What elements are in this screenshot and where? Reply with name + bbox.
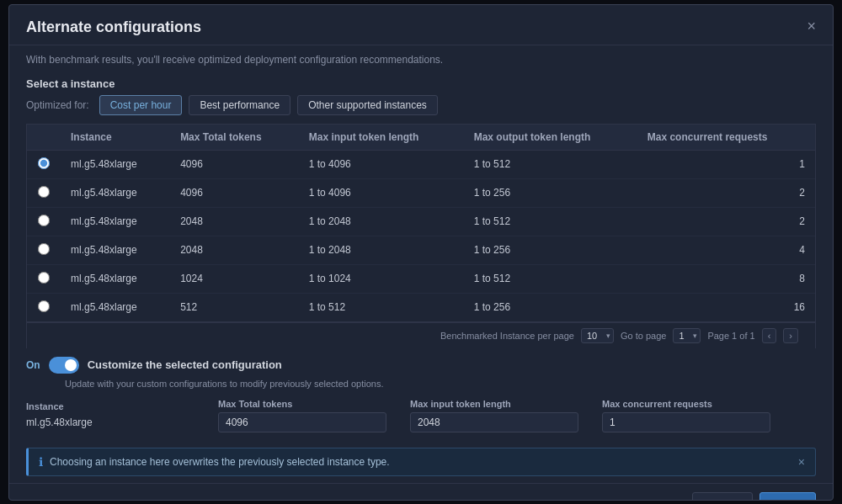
row-instance: ml.g5.48xlarge — [61, 207, 170, 236]
modal-overlay: Alternate configurations × With benchmar… — [0, 0, 842, 504]
per-page-wrapper: 10 25 50 — [581, 328, 614, 343]
table-row: ml.g5.48xlarge 1024 1 to 1024 1 to 512 8 — [27, 264, 815, 293]
row-max-total: 4096 — [170, 150, 299, 178]
row-max-output: 1 to 256 — [464, 293, 637, 321]
row-max-output: 1 to 256 — [464, 236, 637, 264]
row-max-input: 1 to 2048 — [299, 207, 464, 236]
col-max-total: Max Total tokens — [170, 125, 299, 151]
form-max-total-input[interactable] — [218, 412, 386, 432]
row-max-output: 1 to 512 — [464, 207, 637, 236]
on-label: On — [26, 359, 40, 371]
row-radio-cell[interactable] — [27, 236, 61, 264]
table-row: ml.g5.48xlarge 4096 1 to 4096 1 to 256 2 — [27, 178, 815, 207]
table-row: ml.g5.48xlarge 4096 1 to 4096 1 to 512 1 — [27, 150, 815, 178]
row-max-input: 1 to 2048 — [299, 236, 464, 264]
instance-table-container: Instance Max Total tokens Max input toke… — [26, 124, 816, 322]
info-icon: ℹ — [39, 455, 43, 469]
go-to-page-select[interactable]: 1 — [673, 328, 701, 343]
row-max-input: 1 to 1024 — [299, 264, 464, 293]
row-max-concurrent: 2 — [637, 178, 815, 207]
customize-toggle-label: Customize the selected configuration — [88, 358, 282, 371]
row-radio-cell[interactable] — [27, 264, 61, 293]
go-to-page-label: Go to page — [621, 331, 666, 341]
select-button[interactable]: Select — [759, 492, 816, 501]
row-radio-cell[interactable] — [27, 293, 61, 321]
form-max-concurrent-header: Max concurrent requests — [602, 395, 787, 412]
col-instance: Instance — [61, 125, 170, 151]
col-max-concurrent: Max concurrent requests — [637, 125, 815, 151]
col-max-output: Max output token length — [464, 125, 637, 151]
modal-header: Alternate configurations × — [9, 5, 833, 45]
select-instance-label: Select a instance — [9, 67, 833, 95]
filter-other-btn[interactable]: Other supported instances — [297, 95, 438, 115]
info-banner-close[interactable]: × — [798, 455, 805, 469]
customize-toggle[interactable] — [49, 357, 79, 374]
next-page-button[interactable]: › — [783, 328, 798, 343]
row-instance: ml.g5.48xlarge — [61, 150, 170, 178]
row-max-input: 1 to 4096 — [299, 150, 464, 178]
row-radio-cell[interactable] — [27, 207, 61, 236]
row-max-concurrent: 8 — [637, 264, 815, 293]
form-instance-value: ml.g5.48xlarge — [26, 415, 211, 430]
row-max-output: 1 to 512 — [464, 264, 637, 293]
page-info: Page 1 of 1 — [707, 331, 754, 341]
row-max-input: 1 to 512 — [299, 293, 464, 321]
row-radio-1[interactable] — [38, 186, 50, 198]
instance-table: Instance Max Total tokens Max input toke… — [27, 125, 815, 321]
pagination-bar: Benchmarked Instance per page 10 25 50 G… — [26, 322, 816, 348]
form-instance-header: Instance — [26, 398, 211, 415]
row-max-input: 1 to 4096 — [299, 178, 464, 207]
row-instance: ml.g5.48xlarge — [61, 236, 170, 264]
row-max-total: 1024 — [170, 264, 299, 293]
row-instance: ml.g5.48xlarge — [61, 178, 170, 207]
customize-section: On Customize the selected configuration … — [9, 348, 833, 442]
toggle-slider — [49, 357, 79, 374]
table-header-row: Instance Max Total tokens Max input toke… — [27, 125, 815, 151]
customize-description: Update with your custom configurations t… — [65, 377, 816, 391]
col-max-input: Max input token length — [299, 125, 464, 151]
row-radio-2[interactable] — [38, 215, 50, 226]
info-banner: ℹ Choosing an instance here overwrites t… — [26, 448, 816, 476]
row-radio-cell[interactable] — [27, 178, 61, 207]
filter-cost-btn[interactable]: Cost per hour — [99, 95, 183, 115]
row-radio-5[interactable] — [38, 300, 50, 312]
info-banner-text: Choosing an instance here overwrites the… — [50, 456, 390, 468]
table-row: ml.g5.48xlarge 512 1 to 512 1 to 256 16 — [27, 293, 815, 321]
filter-performance-btn[interactable]: Best performance — [189, 95, 290, 115]
row-max-total: 4096 — [170, 178, 299, 207]
col-radio — [27, 125, 61, 151]
row-max-output: 1 to 256 — [464, 178, 637, 207]
per-page-label: Benchmarked Instance per page — [440, 331, 574, 341]
modal-title: Alternate configurations — [26, 19, 201, 36]
close-button[interactable]: × — [807, 19, 816, 34]
toggle-row: On Customize the selected configuration — [26, 357, 816, 374]
modal-footer: Cancel Select — [9, 483, 833, 501]
go-to-page-wrapper: 1 — [673, 328, 701, 343]
table-row: ml.g5.48xlarge 2048 1 to 2048 1 to 512 2 — [27, 207, 815, 236]
row-radio-cell[interactable] — [27, 150, 61, 178]
row-max-total: 512 — [170, 293, 299, 321]
modal-subtext: With benchmark results, you'll receive o… — [9, 45, 833, 67]
row-max-concurrent: 1 — [637, 150, 815, 178]
form-max-total-header: Max Total tokens — [218, 395, 403, 412]
row-max-concurrent: 16 — [637, 293, 815, 321]
prev-page-button[interactable]: ‹ — [762, 328, 777, 343]
form-max-input-input[interactable] — [410, 412, 578, 432]
row-radio-3[interactable] — [38, 243, 50, 255]
form-max-input-header: Max input token length — [410, 395, 595, 412]
table-row: ml.g5.48xlarge 2048 1 to 2048 1 to 256 4 — [27, 236, 815, 264]
form-max-concurrent-input[interactable] — [602, 412, 770, 432]
row-max-output: 1 to 512 — [464, 150, 637, 178]
filter-bar: Optimized for: Cost per hour Best perfor… — [9, 95, 833, 124]
row-max-concurrent: 2 — [637, 207, 815, 236]
row-instance: ml.g5.48xlarge — [61, 264, 170, 293]
optimized-for-label: Optimized for: — [26, 99, 89, 111]
row-instance: ml.g5.48xlarge — [61, 293, 170, 321]
per-page-select[interactable]: 10 25 50 — [581, 328, 614, 343]
row-max-total: 2048 — [170, 207, 299, 236]
row-radio-4[interactable] — [38, 272, 50, 284]
row-radio-0[interactable] — [38, 157, 50, 169]
alternate-configurations-modal: Alternate configurations × With benchmar… — [8, 4, 834, 501]
row-max-total: 2048 — [170, 236, 299, 264]
cancel-button[interactable]: Cancel — [692, 492, 752, 501]
